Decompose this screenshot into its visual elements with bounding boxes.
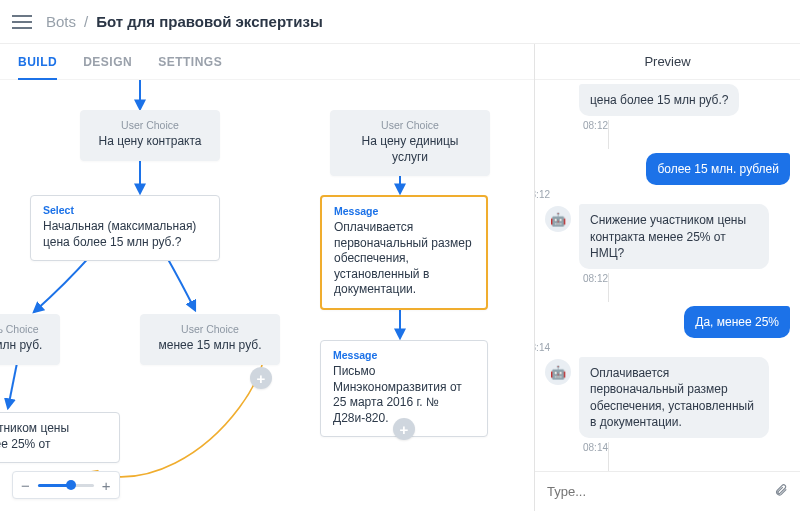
node-select-initial-price[interactable]: Select Начальная (максимальная) цена бол… bbox=[30, 195, 220, 261]
bot-avatar: 🤖 bbox=[545, 206, 571, 232]
node-user-choice-contract[interactable]: User Choice На цену контракта bbox=[80, 110, 220, 161]
app-header: Bots / Бот для правовой экспертизы bbox=[0, 0, 800, 44]
breadcrumb-current: Бот для правовой экспертизы bbox=[96, 13, 323, 30]
node-text: Начальная (максимальная) цена более 15 м… bbox=[43, 219, 207, 250]
breadcrumb-sep: / bbox=[84, 13, 88, 30]
zoom-slider[interactable] bbox=[38, 484, 94, 487]
builder-tabs: BUILD DESIGN SETTINGS bbox=[0, 44, 534, 80]
chat-scroll[interactable]: 🤖цена более 15 млн руб.?08:12более 15 мл… bbox=[535, 80, 800, 471]
preview-title: Preview bbox=[535, 44, 800, 80]
chat-timestamp: 08:14 bbox=[545, 442, 609, 471]
hamburger-icon[interactable] bbox=[12, 15, 32, 29]
chat-composer bbox=[535, 471, 800, 511]
user-bubble: более 15 млн. рублей bbox=[646, 153, 790, 185]
zoom-out-button[interactable]: − bbox=[21, 477, 30, 494]
node-text: участником цены менее 25% от bbox=[0, 421, 107, 452]
builder-pane: BUILD DESIGN SETTINGS bbox=[0, 44, 535, 511]
node-type-label: User Choice bbox=[93, 119, 207, 131]
node-user-choice-lt15[interactable]: User Choice менее 15 млн руб. bbox=[140, 314, 280, 365]
node-text: 15 млн руб. bbox=[0, 338, 47, 354]
bot-bubble: цена более 15 млн руб.? bbox=[579, 84, 739, 116]
attachment-icon[interactable] bbox=[774, 482, 788, 502]
add-node-button[interactable] bbox=[250, 367, 272, 389]
node-user-choice-gt15[interactable]: есть Choice 15 млн руб. bbox=[0, 314, 60, 365]
preview-pane: Preview 🤖цена более 15 млн руб.?08:12бол… bbox=[535, 44, 800, 511]
node-text: На цену контракта bbox=[93, 134, 207, 150]
add-node-button[interactable] bbox=[393, 418, 415, 440]
tab-design[interactable]: DESIGN bbox=[83, 44, 132, 79]
zoom-in-button[interactable]: + bbox=[102, 477, 111, 494]
node-message-paid[interactable]: Message Оплачивается первоначальный разм… bbox=[320, 195, 488, 310]
bot-bubble: Оплачивается первоначальный размер обесп… bbox=[579, 357, 769, 438]
chat-row-bot: 🤖Снижение участником цены контракта мене… bbox=[545, 204, 790, 269]
chat-row-user: более 15 млн. рублей bbox=[545, 153, 790, 185]
node-user-choice-unit[interactable]: User Choice На цену единицы услуги bbox=[330, 110, 490, 176]
tab-build[interactable]: BUILD bbox=[18, 44, 57, 79]
node-text: менее 15 млн руб. bbox=[153, 338, 267, 354]
node-type-label: User Choice bbox=[343, 119, 477, 131]
breadcrumb-root[interactable]: Bots bbox=[46, 13, 76, 30]
chat-timestamp: 08:12 bbox=[535, 189, 790, 200]
chat-row-bot: 🤖цена более 15 млн руб.? bbox=[545, 84, 790, 116]
chat-input[interactable] bbox=[547, 484, 764, 499]
tab-settings[interactable]: SETTINGS bbox=[158, 44, 222, 79]
node-text: На цену единицы услуги bbox=[343, 134, 477, 165]
node-text: Оплачивается первоначальный размер обесп… bbox=[334, 220, 474, 298]
zoom-control: − + bbox=[12, 471, 120, 499]
chat-timestamp: 08:12 bbox=[545, 273, 609, 302]
flow-canvas[interactable]: User Choice На цену контракта User Choic… bbox=[0, 80, 534, 511]
bot-bubble: Снижение участником цены контракта менее… bbox=[579, 204, 769, 269]
user-bubble: Да, менее 25% bbox=[684, 306, 790, 338]
chat-timestamp: 08:12 bbox=[545, 120, 609, 149]
bot-avatar: 🤖 bbox=[545, 359, 571, 385]
node-select-lt25[interactable]: участником цены менее 25% от bbox=[0, 412, 120, 463]
node-type-label: User Choice bbox=[153, 323, 267, 335]
node-type-label: Message bbox=[333, 349, 475, 361]
chat-row-bot: 🤖Оплачивается первоначальный размер обес… bbox=[545, 357, 790, 438]
chat-timestamp: 08:14 bbox=[535, 342, 790, 353]
node-type-label: Select bbox=[43, 204, 207, 216]
node-type-label: Message bbox=[334, 205, 474, 217]
chat-row-user: Да, менее 25% bbox=[545, 306, 790, 338]
node-type-label: есть Choice bbox=[0, 323, 47, 335]
